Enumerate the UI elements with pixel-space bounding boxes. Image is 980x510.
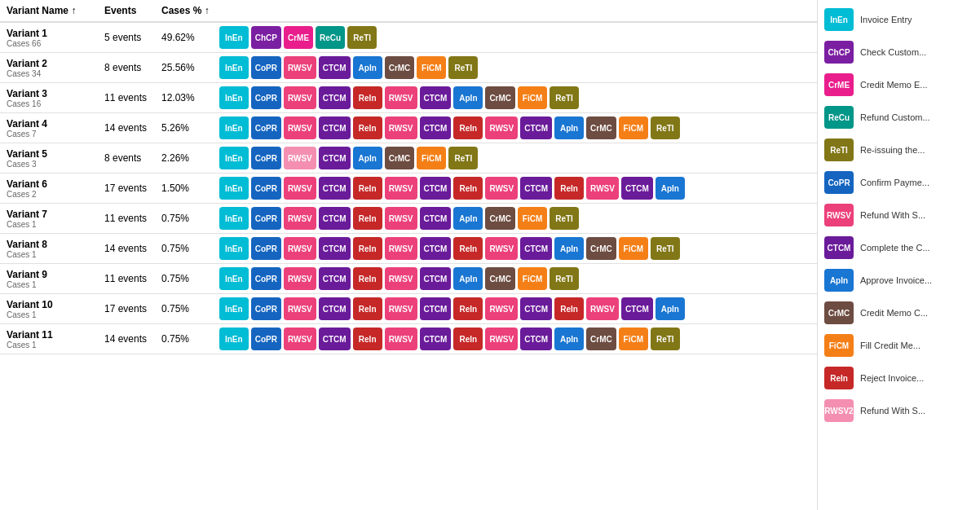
chip-rein[interactable]: ReIn	[353, 237, 382, 260]
chip-ficm[interactable]: FiCM	[417, 56, 446, 79]
chip-rein[interactable]: ReIn	[453, 117, 483, 139]
chip-rein[interactable]: ReIn	[453, 177, 483, 200]
chip-reti[interactable]: ReTI	[550, 86, 579, 109]
chip-crme[interactable]: CrME	[284, 26, 313, 49]
chip-crmc[interactable]: CrMC	[586, 117, 616, 139]
chip-copr[interactable]: CoPR	[251, 86, 281, 109]
table-row[interactable]: Variant 1Cases 665 events49.62%InEnChCPC…	[0, 22, 817, 53]
chip-crmc[interactable]: CrMC	[485, 207, 515, 230]
chip-rein[interactable]: ReIn	[353, 267, 382, 290]
table-row[interactable]: Variant 7Cases 111 events0.75%InEnCoPRRW…	[0, 204, 817, 234]
chip-ctcm[interactable]: CTCM	[319, 328, 351, 350]
chip-ficm[interactable]: FiCM	[619, 328, 648, 350]
chip-rwsv[interactable]: RWSV	[284, 56, 316, 79]
chip-rein[interactable]: ReIn	[353, 177, 382, 200]
chip-ficm[interactable]: FiCM	[518, 86, 547, 109]
chip-ctcm[interactable]: CTCM	[420, 328, 452, 350]
chip-copr[interactable]: CoPR	[251, 56, 281, 79]
chip-rwsv[interactable]: RWSV	[284, 328, 316, 350]
table-row[interactable]: Variant 4Cases 714 events5.26%InEnCoPRRW…	[0, 113, 817, 143]
chip-rwsv[interactable]: RWSV	[485, 297, 518, 320]
chip-rwsv[interactable]: RWSV	[385, 237, 417, 260]
chip-ctcm[interactable]: CTCM	[520, 177, 552, 200]
chip-rein[interactable]: ReIn	[453, 328, 483, 350]
chip-inen[interactable]: InEn	[219, 297, 249, 320]
chip-ctcm[interactable]: CTCM	[420, 177, 452, 200]
chip-ficm[interactable]: FiCM	[619, 237, 648, 260]
chip-reti[interactable]: ReTI	[651, 328, 680, 350]
chip-ctcm[interactable]: CTCM	[621, 297, 653, 320]
chip-ctcm[interactable]: CTCM	[520, 297, 552, 320]
table-row[interactable]: Variant 2Cases 348 events25.56%InEnCoPRR…	[0, 53, 817, 83]
chip-copr[interactable]: CoPR	[251, 328, 281, 350]
chip-rwsv[interactable]: RWSV	[485, 237, 518, 260]
chip-inen[interactable]: InEn	[219, 207, 249, 230]
chip-ctcm[interactable]: CTCM	[319, 56, 351, 79]
chip-rwsv[interactable]: RWSV	[586, 297, 619, 320]
col-variant-name[interactable]: Variant Name	[0, 0, 98, 22]
chip-inen[interactable]: InEn	[219, 86, 249, 109]
chip-inen[interactable]: InEn	[219, 26, 249, 49]
chip-ctcm[interactable]: CTCM	[520, 117, 552, 139]
chip-ficm[interactable]: FiCM	[518, 207, 547, 230]
chip-ctcm[interactable]: CTCM	[420, 86, 452, 109]
chip-copr[interactable]: CoPR	[251, 207, 281, 230]
chip-ctcm[interactable]: CTCM	[420, 237, 452, 260]
chip-reti[interactable]: ReTI	[651, 117, 680, 139]
chip-rwsv[interactable]: RWSV	[284, 177, 316, 200]
chip-copr[interactable]: CoPR	[251, 147, 281, 169]
chip-ficm[interactable]: FiCM	[518, 267, 547, 290]
chip-apin[interactable]: ApIn	[453, 86, 483, 109]
chip-copr[interactable]: CoPR	[251, 267, 281, 290]
chip-rwsv[interactable]: RWSV	[385, 267, 417, 290]
chip-ctcm[interactable]: CTCM	[319, 177, 351, 200]
chip-ctcm[interactable]: CTCM	[420, 117, 452, 139]
chip-rein[interactable]: ReIn	[554, 177, 584, 200]
variants-table-wrapper[interactable]: Variant Name Events Cases % Variant 1Cas…	[0, 0, 817, 510]
chip-rein[interactable]: ReIn	[554, 297, 584, 320]
chip-ctcm[interactable]: CTCM	[420, 297, 452, 320]
chip-inen[interactable]: InEn	[219, 267, 249, 290]
chip-ctcm[interactable]: CTCM	[319, 117, 351, 139]
chip-rein[interactable]: ReIn	[453, 237, 483, 260]
chip-reti[interactable]: ReTI	[550, 267, 579, 290]
table-row[interactable]: Variant 9Cases 111 events0.75%InEnCoPRRW…	[0, 264, 817, 294]
chip-crmc[interactable]: CrMC	[586, 237, 616, 260]
chip-copr[interactable]: CoPR	[251, 177, 281, 200]
chip-crmc[interactable]: CrMC	[385, 147, 415, 169]
chip-rein[interactable]: ReIn	[353, 86, 382, 109]
chip-apin[interactable]: ApIn	[656, 297, 685, 320]
chip-reti[interactable]: ReTI	[448, 147, 478, 169]
chip-apin[interactable]: ApIn	[656, 177, 685, 200]
chip-copr[interactable]: CoPR	[251, 117, 281, 139]
chip-rwsv[interactable]: RWSV	[284, 117, 316, 139]
chip-rwsv[interactable]: RWSV	[284, 207, 316, 230]
chip-rwsv[interactable]: RWSV	[485, 117, 518, 139]
chip-apin[interactable]: ApIn	[554, 117, 584, 139]
chip-rein[interactable]: ReIn	[353, 207, 382, 230]
chip-rwsv[interactable]: RWSV	[284, 267, 316, 290]
table-row[interactable]: Variant 11Cases 114 events0.75%InEnCoPRR…	[0, 324, 817, 354]
chip-ctcm[interactable]: CTCM	[420, 207, 452, 230]
chip-rwsv[interactable]: RWSV	[385, 177, 417, 200]
chip-rwsv[interactable]: RWSV	[284, 297, 316, 320]
chip-apin[interactable]: ApIn	[554, 237, 584, 260]
chip-chcp[interactable]: ChCP	[251, 26, 281, 49]
col-events[interactable]: Events	[98, 0, 155, 22]
chip-rwsv[interactable]: RWSV	[385, 328, 417, 350]
chip-ficm[interactable]: FiCM	[619, 117, 648, 139]
table-row[interactable]: Variant 8Cases 114 events0.75%InEnCoPRRW…	[0, 234, 817, 264]
chip-reti[interactable]: ReTI	[448, 56, 478, 79]
chip-apin[interactable]: ApIn	[353, 147, 382, 169]
chip-ctcm[interactable]: CTCM	[319, 86, 351, 109]
chip-ctcm[interactable]: CTCM	[520, 328, 552, 350]
chip-rein[interactable]: ReIn	[353, 328, 382, 350]
chip-ctcm[interactable]: CTCM	[319, 147, 351, 169]
chip-ctcm[interactable]: CTCM	[621, 177, 653, 200]
chip-ficm[interactable]: FiCM	[417, 147, 446, 169]
chip-rwsv[interactable]: RWSV	[284, 147, 316, 169]
chip-reti[interactable]: ReTI	[550, 207, 579, 230]
chip-inen[interactable]: InEn	[219, 237, 249, 260]
table-row[interactable]: Variant 6Cases 217 events1.50%InEnCoPRRW…	[0, 174, 817, 204]
chip-ctcm[interactable]: CTCM	[420, 267, 452, 290]
